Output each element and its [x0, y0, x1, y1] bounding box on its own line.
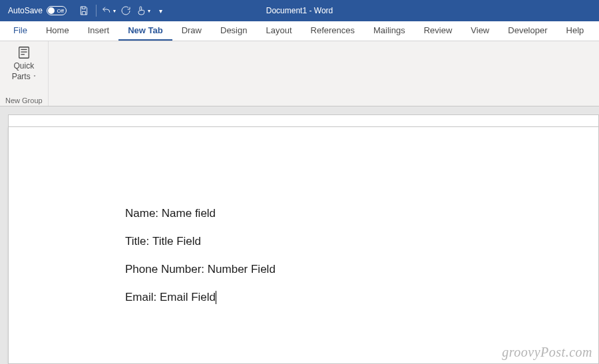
field-label: Email: [125, 291, 160, 304]
customize-qat-button[interactable]: ▾: [152, 3, 168, 19]
ribbon-group-label: New Group: [5, 96, 43, 104]
field-value: Name field: [162, 207, 216, 220]
ribbon-group-new-group: Quick Parts ˅ New Group: [0, 41, 49, 106]
document-page[interactable]: NameName fieldTitleTitle FieldPhone Numb…: [8, 126, 599, 364]
chevron-down-icon: ▾: [113, 8, 116, 14]
tab-draw[interactable]: Draw: [172, 21, 211, 41]
tab-mailings[interactable]: Mailings: [364, 21, 415, 41]
doc-line[interactable]: EmailEmail Field: [125, 291, 598, 304]
doc-line[interactable]: NameName field: [125, 207, 598, 220]
redo-button[interactable]: [118, 3, 134, 19]
tab-file[interactable]: File: [4, 21, 37, 41]
tab-review[interactable]: Review: [415, 21, 462, 41]
tab-new-tab[interactable]: New Tab: [118, 21, 172, 41]
field-label: Title: [125, 235, 152, 248]
field-label: Phone Number: [125, 263, 208, 276]
save-icon: [79, 5, 89, 16]
touch-icon: [136, 5, 146, 16]
workspace: NameName fieldTitleTitle FieldPhone Numb…: [0, 106, 599, 364]
quick-parts-button[interactable]: Quick Parts ˅: [9, 44, 39, 83]
chevron-down-icon: ˅: [32, 75, 36, 81]
undo-button[interactable]: ▾: [100, 3, 116, 19]
autosave-label: AutoSave: [8, 6, 43, 15]
tab-design[interactable]: Design: [211, 21, 256, 41]
doc-line[interactable]: TitleTitle Field: [125, 235, 598, 248]
tab-layout[interactable]: Layout: [256, 21, 301, 41]
field-value: Email Field: [160, 291, 216, 304]
ribbon-tabs: FileHomeInsertNew TabDrawDesignLayoutRef…: [0, 21, 599, 41]
tab-references[interactable]: References: [301, 21, 364, 41]
svg-rect-0: [19, 47, 29, 59]
horizontal-ruler[interactable]: [8, 114, 599, 126]
doc-line[interactable]: Phone NumberNumber Field: [125, 263, 598, 276]
touch-mode-button[interactable]: ▾: [135, 3, 151, 19]
tab-view[interactable]: View: [461, 21, 499, 41]
quick-parts-label-1: Quick: [13, 61, 34, 71]
redo-icon: [120, 5, 131, 16]
autosave-toggle-switch[interactable]: Off: [47, 6, 67, 15]
quick-parts-label-2: Parts ˅: [12, 72, 36, 81]
tab-home[interactable]: Home: [37, 21, 79, 41]
ribbon-body: Quick Parts ˅ New Group: [0, 41, 599, 106]
quick-parts-icon: [17, 45, 31, 60]
title-bar: AutoSave Off ▾ ▾: [0, 0, 599, 21]
document-body[interactable]: NameName fieldTitleTitle FieldPhone Numb…: [125, 207, 598, 304]
autosave-toggle[interactable]: AutoSave Off: [0, 6, 72, 15]
tab-help[interactable]: Help: [557, 21, 594, 41]
overflow-icon: ▾: [159, 7, 162, 15]
qat-separator: [96, 5, 97, 17]
field-label: Name: [125, 207, 162, 220]
autosave-state: Off: [57, 8, 65, 14]
quick-access-toolbar: ▾ ▾ ▾: [72, 3, 168, 19]
field-value: Number Field: [208, 263, 276, 276]
tab-insert[interactable]: Insert: [79, 21, 119, 41]
field-value: Title Field: [152, 235, 201, 248]
tab-developer[interactable]: Developer: [499, 21, 556, 41]
chevron-down-icon: ▾: [148, 8, 150, 14]
save-button[interactable]: [76, 3, 92, 19]
undo-icon: [101, 5, 112, 16]
text-cursor: [216, 291, 216, 304]
